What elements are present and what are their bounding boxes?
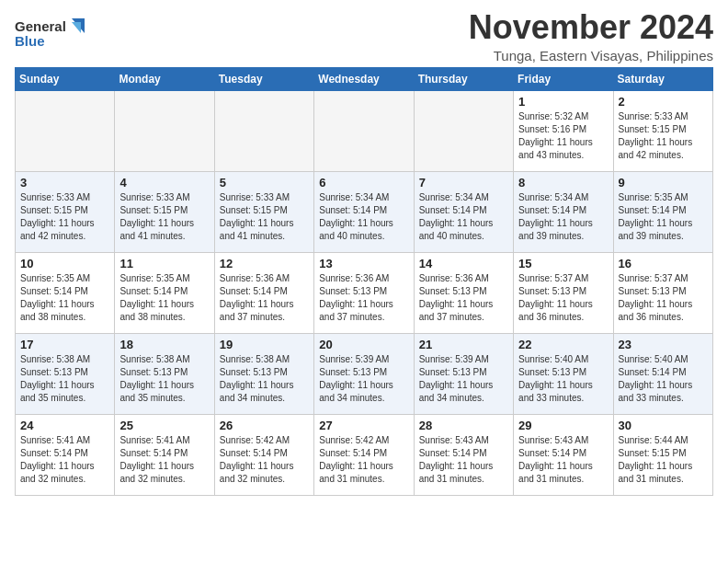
day-info: Sunrise: 5:42 AM Sunset: 5:14 PM Dayligh…	[319, 434, 408, 486]
day-number: 17	[20, 338, 109, 351]
day-info: Sunrise: 5:39 AM Sunset: 5:13 PM Dayligh…	[319, 353, 408, 405]
day-number: 1	[518, 95, 608, 109]
day-number: 21	[419, 338, 508, 351]
day-number: 15	[518, 257, 608, 270]
calendar-week-5: 24Sunrise: 5:41 AM Sunset: 5:14 PM Dayli…	[16, 414, 713, 495]
calendar-cell: 28Sunrise: 5:43 AM Sunset: 5:14 PM Dayli…	[414, 414, 513, 495]
calendar-week-2: 3Sunrise: 5:33 AM Sunset: 5:15 PM Daylig…	[16, 171, 713, 252]
day-info: Sunrise: 5:41 AM Sunset: 5:14 PM Dayligh…	[20, 434, 109, 486]
calendar-cell: 25Sunrise: 5:41 AM Sunset: 5:14 PM Dayli…	[115, 414, 214, 495]
day-info: Sunrise: 5:33 AM Sunset: 5:15 PM Dayligh…	[220, 191, 309, 243]
day-number: 30	[619, 419, 708, 432]
calendar-cell: 9Sunrise: 5:35 AM Sunset: 5:14 PM Daylig…	[613, 171, 712, 252]
calendar-cell: 2Sunrise: 5:33 AM Sunset: 5:15 PM Daylig…	[613, 90, 712, 171]
calendar-cell: 21Sunrise: 5:39 AM Sunset: 5:13 PM Dayli…	[414, 333, 513, 414]
calendar-week-1: 1Sunrise: 5:32 AM Sunset: 5:16 PM Daylig…	[16, 90, 713, 171]
day-info: Sunrise: 5:37 AM Sunset: 5:13 PM Dayligh…	[518, 272, 608, 324]
day-info: Sunrise: 5:40 AM Sunset: 5:13 PM Dayligh…	[518, 353, 608, 405]
calendar-cell: 29Sunrise: 5:43 AM Sunset: 5:14 PM Dayli…	[514, 414, 613, 495]
day-number: 11	[119, 257, 209, 270]
day-number: 24	[20, 419, 109, 432]
day-info: Sunrise: 5:39 AM Sunset: 5:13 PM Dayligh…	[419, 353, 508, 405]
day-info: Sunrise: 5:35 AM Sunset: 5:14 PM Dayligh…	[619, 191, 708, 243]
calendar-cell	[16, 90, 115, 171]
calendar-cell: 4Sunrise: 5:33 AM Sunset: 5:15 PM Daylig…	[115, 171, 214, 252]
page: General Blue November 2024 Tunga, Easter…	[0, 0, 728, 505]
day-number: 27	[319, 419, 408, 432]
calendar-cell: 15Sunrise: 5:37 AM Sunset: 5:13 PM Dayli…	[514, 252, 613, 333]
day-info: Sunrise: 5:36 AM Sunset: 5:14 PM Dayligh…	[220, 272, 309, 324]
day-number: 12	[220, 257, 309, 270]
day-number: 14	[419, 257, 508, 270]
calendar-cell: 24Sunrise: 5:41 AM Sunset: 5:14 PM Dayli…	[16, 414, 115, 495]
day-number: 6	[319, 176, 408, 190]
day-info: Sunrise: 5:34 AM Sunset: 5:14 PM Dayligh…	[518, 191, 608, 243]
calendar-cell: 10Sunrise: 5:35 AM Sunset: 5:14 PM Dayli…	[16, 252, 115, 333]
calendar-cell: 26Sunrise: 5:42 AM Sunset: 5:14 PM Dayli…	[214, 414, 313, 495]
svg-text:General: General	[15, 18, 66, 34]
day-info: Sunrise: 5:42 AM Sunset: 5:14 PM Dayligh…	[220, 434, 309, 486]
svg-marker-3	[72, 22, 81, 33]
day-info: Sunrise: 5:34 AM Sunset: 5:14 PM Dayligh…	[419, 191, 508, 243]
day-number: 2	[619, 95, 708, 109]
day-info: Sunrise: 5:38 AM Sunset: 5:13 PM Dayligh…	[20, 353, 109, 405]
day-number: 16	[619, 257, 708, 270]
title-area: November 2024 Tunga, Eastern Visayas, Ph…	[469, 9, 713, 63]
weekday-header-friday: Friday	[514, 67, 613, 90]
day-number: 13	[319, 257, 408, 270]
day-number: 7	[419, 176, 508, 190]
calendar-table: SundayMondayTuesdayWednesdayThursdayFrid…	[15, 67, 713, 496]
calendar-cell: 6Sunrise: 5:34 AM Sunset: 5:14 PM Daylig…	[314, 171, 414, 252]
day-number: 4	[119, 176, 209, 190]
calendar-cell: 12Sunrise: 5:36 AM Sunset: 5:14 PM Dayli…	[214, 252, 313, 333]
logo-area: General Blue	[15, 15, 88, 59]
calendar-cell: 1Sunrise: 5:32 AM Sunset: 5:16 PM Daylig…	[514, 90, 613, 171]
svg-text:Blue: Blue	[15, 33, 45, 49]
month-title: November 2024	[469, 9, 713, 46]
calendar-cell: 27Sunrise: 5:42 AM Sunset: 5:14 PM Dayli…	[314, 414, 414, 495]
day-info: Sunrise: 5:40 AM Sunset: 5:14 PM Dayligh…	[619, 353, 708, 405]
calendar-cell: 7Sunrise: 5:34 AM Sunset: 5:14 PM Daylig…	[414, 171, 513, 252]
day-info: Sunrise: 5:35 AM Sunset: 5:14 PM Dayligh…	[119, 272, 209, 324]
day-number: 26	[220, 419, 309, 432]
calendar-cell: 30Sunrise: 5:44 AM Sunset: 5:15 PM Dayli…	[613, 414, 712, 495]
day-number: 3	[20, 176, 109, 190]
calendar-week-3: 10Sunrise: 5:35 AM Sunset: 5:14 PM Dayli…	[16, 252, 713, 333]
calendar-cell: 23Sunrise: 5:40 AM Sunset: 5:14 PM Dayli…	[613, 333, 712, 414]
calendar-cell: 16Sunrise: 5:37 AM Sunset: 5:13 PM Dayli…	[613, 252, 712, 333]
day-info: Sunrise: 5:36 AM Sunset: 5:13 PM Dayligh…	[319, 272, 408, 324]
calendar-cell: 3Sunrise: 5:33 AM Sunset: 5:15 PM Daylig…	[16, 171, 115, 252]
weekday-header-tuesday: Tuesday	[214, 67, 313, 90]
day-info: Sunrise: 5:44 AM Sunset: 5:15 PM Dayligh…	[619, 434, 708, 486]
day-info: Sunrise: 5:33 AM Sunset: 5:15 PM Dayligh…	[20, 191, 109, 243]
day-number: 9	[619, 176, 708, 190]
weekday-header-saturday: Saturday	[613, 67, 712, 90]
day-info: Sunrise: 5:32 AM Sunset: 5:16 PM Dayligh…	[518, 110, 608, 162]
day-info: Sunrise: 5:38 AM Sunset: 5:13 PM Dayligh…	[119, 353, 209, 405]
day-number: 25	[119, 419, 209, 432]
day-info: Sunrise: 5:41 AM Sunset: 5:14 PM Dayligh…	[119, 434, 209, 486]
day-number: 10	[20, 257, 109, 270]
calendar-cell: 20Sunrise: 5:39 AM Sunset: 5:13 PM Dayli…	[314, 333, 414, 414]
day-info: Sunrise: 5:37 AM Sunset: 5:13 PM Dayligh…	[619, 272, 708, 324]
day-info: Sunrise: 5:43 AM Sunset: 5:14 PM Dayligh…	[419, 434, 508, 486]
calendar-cell: 17Sunrise: 5:38 AM Sunset: 5:13 PM Dayli…	[16, 333, 115, 414]
day-info: Sunrise: 5:35 AM Sunset: 5:14 PM Dayligh…	[20, 272, 109, 324]
weekday-header-sunday: Sunday	[16, 67, 115, 90]
day-info: Sunrise: 5:43 AM Sunset: 5:14 PM Dayligh…	[518, 434, 608, 486]
calendar-cell: 5Sunrise: 5:33 AM Sunset: 5:15 PM Daylig…	[214, 171, 313, 252]
day-number: 19	[220, 338, 309, 351]
calendar-cell	[314, 90, 414, 171]
day-number: 23	[619, 338, 708, 351]
calendar-cell: 18Sunrise: 5:38 AM Sunset: 5:13 PM Dayli…	[115, 333, 214, 414]
calendar-cell	[214, 90, 313, 171]
calendar-week-4: 17Sunrise: 5:38 AM Sunset: 5:13 PM Dayli…	[16, 333, 713, 414]
location: Tunga, Eastern Visayas, Philippines	[469, 48, 713, 63]
day-number: 20	[319, 338, 408, 351]
header: General Blue November 2024 Tunga, Easter…	[15, 9, 713, 63]
weekday-header-row: SundayMondayTuesdayWednesdayThursdayFrid…	[16, 67, 713, 90]
calendar-cell: 8Sunrise: 5:34 AM Sunset: 5:14 PM Daylig…	[514, 171, 613, 252]
day-number: 18	[119, 338, 209, 351]
weekday-header-thursday: Thursday	[414, 67, 513, 90]
day-info: Sunrise: 5:34 AM Sunset: 5:14 PM Dayligh…	[319, 191, 408, 243]
